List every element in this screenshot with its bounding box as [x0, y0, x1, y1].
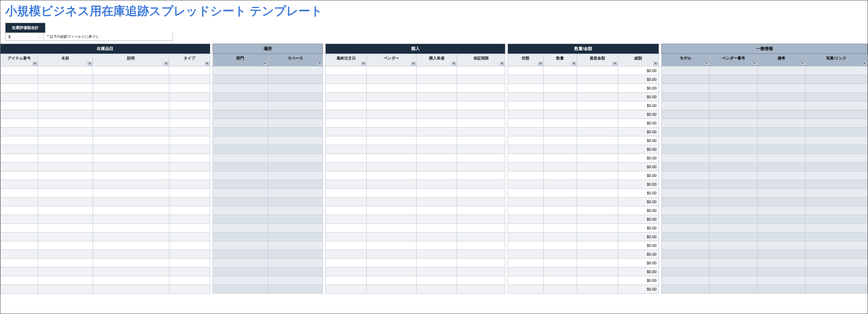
cell[interactable]: [709, 206, 757, 215]
valuation-value-cell[interactable]: $ -: [5, 33, 44, 41]
filter-icon[interactable]: [704, 62, 708, 65]
cell[interactable]: [457, 285, 505, 294]
cell[interactable]: [326, 66, 367, 75]
cell[interactable]: [416, 215, 457, 224]
cell[interactable]: [416, 101, 457, 110]
cell[interactable]: [543, 276, 577, 285]
cell[interactable]: [326, 110, 367, 119]
cell[interactable]: [38, 267, 93, 276]
cell[interactable]: [1, 75, 38, 84]
cell[interactable]: [805, 145, 867, 154]
cell[interactable]: [1, 136, 38, 145]
cell[interactable]: $0.00: [618, 285, 659, 294]
cell[interactable]: [169, 163, 210, 171]
cell[interactable]: $0.00: [618, 241, 659, 250]
cell[interactable]: $0.00: [618, 75, 659, 84]
cell[interactable]: [508, 128, 543, 136]
cell[interactable]: [662, 163, 709, 171]
cell[interactable]: [805, 259, 867, 267]
cell[interactable]: [213, 285, 268, 294]
cell[interactable]: [93, 276, 169, 285]
cell[interactable]: [1, 276, 38, 285]
cell[interactable]: [805, 84, 867, 93]
cell[interactable]: [457, 93, 505, 101]
cell[interactable]: $0.00: [618, 250, 659, 259]
cell[interactable]: [213, 224, 268, 233]
cell[interactable]: [757, 189, 805, 198]
cell[interactable]: $0.00: [618, 206, 659, 215]
cell[interactable]: [662, 241, 709, 250]
cell[interactable]: [268, 250, 323, 259]
cell[interactable]: [1, 259, 38, 267]
cell[interactable]: [709, 241, 757, 250]
cell[interactable]: [543, 154, 577, 163]
filter-icon[interactable]: [500, 62, 504, 65]
cell[interactable]: [38, 84, 93, 93]
cell[interactable]: [1, 66, 38, 75]
cell[interactable]: [662, 101, 709, 110]
col-space[interactable]: スペース: [268, 54, 323, 66]
cell[interactable]: [268, 110, 323, 119]
cell[interactable]: [757, 259, 805, 267]
cell[interactable]: [508, 180, 543, 189]
cell[interactable]: [1, 250, 38, 259]
cell[interactable]: [457, 276, 505, 285]
cell[interactable]: [457, 233, 505, 241]
cell[interactable]: [457, 189, 505, 198]
cell[interactable]: [169, 224, 210, 233]
cell[interactable]: [508, 198, 543, 206]
cell[interactable]: [662, 259, 709, 267]
cell[interactable]: [93, 241, 169, 250]
cell[interactable]: [757, 66, 805, 75]
cell[interactable]: [38, 180, 93, 189]
cell[interactable]: [326, 267, 367, 276]
cell[interactable]: $0.00: [618, 93, 659, 101]
cell[interactable]: [757, 250, 805, 259]
cell[interactable]: [577, 233, 618, 241]
cell[interactable]: [662, 285, 709, 294]
cell[interactable]: [662, 136, 709, 145]
cell[interactable]: [93, 180, 169, 189]
cell[interactable]: [38, 259, 93, 267]
cell[interactable]: [1, 189, 38, 198]
cell[interactable]: $0.00: [618, 233, 659, 241]
cell[interactable]: [93, 250, 169, 259]
cell[interactable]: [662, 206, 709, 215]
cell[interactable]: [169, 198, 210, 206]
cell[interactable]: [268, 171, 323, 180]
filter-icon[interactable]: [205, 62, 209, 65]
cell[interactable]: [169, 285, 210, 294]
cell[interactable]: [268, 180, 323, 189]
cell[interactable]: [662, 224, 709, 233]
cell[interactable]: [709, 110, 757, 119]
cell[interactable]: [709, 285, 757, 294]
cell[interactable]: [662, 276, 709, 285]
cell[interactable]: [268, 276, 323, 285]
cell[interactable]: [367, 171, 416, 180]
cell[interactable]: [416, 259, 457, 267]
cell[interactable]: [213, 136, 268, 145]
cell[interactable]: [757, 119, 805, 128]
cell[interactable]: [577, 189, 618, 198]
cell[interactable]: [457, 215, 505, 224]
cell[interactable]: [1, 215, 38, 224]
cell[interactable]: [326, 163, 367, 171]
cell[interactable]: [508, 84, 543, 93]
cell[interactable]: [543, 206, 577, 215]
cell[interactable]: $0.00: [618, 128, 659, 136]
cell[interactable]: [805, 241, 867, 250]
cell[interactable]: [268, 101, 323, 110]
cell[interactable]: [326, 198, 367, 206]
cell[interactable]: [577, 250, 618, 259]
cell[interactable]: [457, 163, 505, 171]
cell[interactable]: [367, 163, 416, 171]
cell[interactable]: [662, 250, 709, 259]
cell[interactable]: $0.00: [618, 198, 659, 206]
cell[interactable]: [416, 189, 457, 198]
cell[interactable]: $0.00: [618, 101, 659, 110]
cell[interactable]: [268, 198, 323, 206]
cell[interactable]: [326, 171, 367, 180]
col-warranty[interactable]: 保証期限: [457, 54, 505, 66]
cell[interactable]: [38, 75, 93, 84]
cell[interactable]: [508, 250, 543, 259]
